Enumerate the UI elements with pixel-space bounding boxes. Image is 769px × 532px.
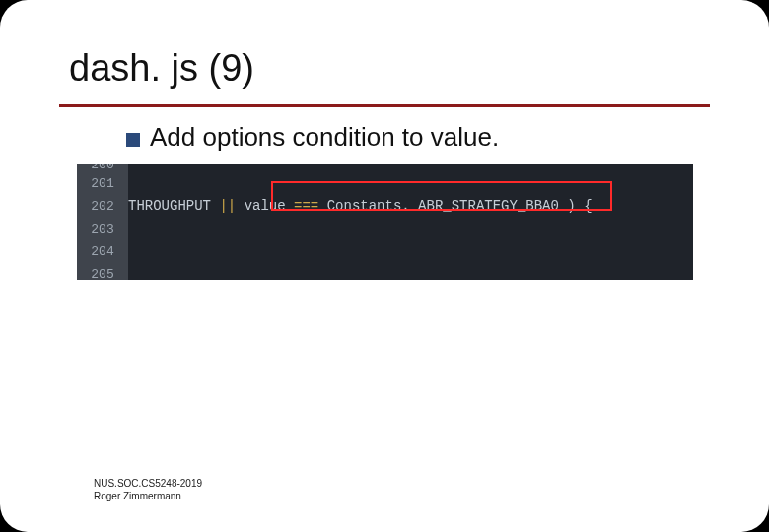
code-token: THROUGHPUT [128,198,211,214]
code-editor-snippet: 200 201 202 203 204 205 THROUGHPUT || va… [77,164,693,280]
square-bullet-icon [126,133,140,147]
footer-line-1: NUS.SOC.CS5248-2019 [94,477,202,490]
slide: dash. js (9) Add options condition to va… [0,0,769,532]
line-number: 204 [77,241,128,264]
line-number: 200 [77,164,128,173]
code-token: === [294,198,318,214]
slide-footer: NUS.SOC.CS5248-2019 Roger Zimmermann [94,477,202,502]
line-number: 203 [77,219,128,241]
footer-line-2: Roger Zimmermann [94,490,202,502]
line-number: 205 [77,264,128,280]
title-underline [59,104,710,107]
code-line-202: THROUGHPUT || value === Constants. ABR_S… [128,195,593,217]
line-number: 202 [77,196,128,219]
code-body: THROUGHPUT || value === Constants. ABR_S… [128,164,693,280]
bullet-row: Add options condition to value. [126,122,499,153]
code-token: Constants. ABR_STRATEGY_BBA0 [327,198,559,214]
code-token: value [245,198,286,214]
line-number-gutter: 200 201 202 203 204 205 [77,164,128,280]
slide-title: dash. js (9) [69,47,254,90]
code-token: ) { [567,198,592,214]
code-token: || [219,198,236,214]
line-number: 201 [77,173,128,196]
bullet-text: Add options condition to value. [150,122,499,153]
